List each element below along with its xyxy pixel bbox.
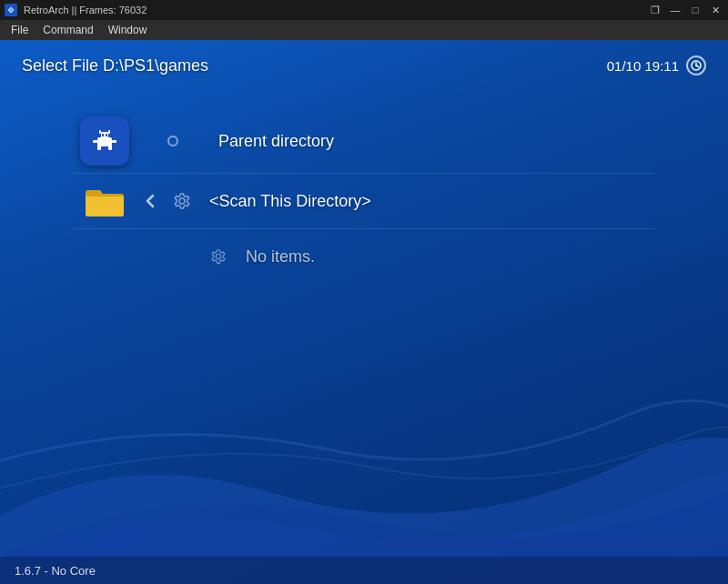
svg-rect-10 [108,130,110,134]
svg-point-1 [9,8,13,12]
svg-rect-11 [97,146,101,150]
app-logo-icon [80,116,129,166]
retroarch-icon [73,116,136,166]
folder-icon-area [73,184,136,218]
close-button[interactable]: ✕ [706,3,724,17]
no-items-label: No items. [246,247,315,267]
svg-point-16 [216,254,220,258]
titlebar: RetroArch || Frames: 76032 ❐ — □ ✕ [0,0,728,20]
path-label: Select File D:\PS1\games [22,56,208,76]
svg-rect-13 [93,140,97,143]
window-title: RetroArch || Frames: 76032 [24,5,147,15]
main-area: Select File D:\PS1\games 01/10 19:11 [0,40,728,584]
minimize-button[interactable]: — [666,3,684,17]
svg-rect-14 [112,140,116,143]
content-list: Parent directory [0,91,728,302]
menu-window[interactable]: Window [101,20,155,40]
version-label: 1.6.7 - No Core [15,564,96,578]
list-item[interactable]: Parent directory [0,109,728,173]
clock-icon[interactable] [686,55,706,76]
titlebar-controls: ❐ — □ ✕ [646,3,724,17]
menu-file[interactable]: File [4,20,35,40]
menubar: File Command Window [0,20,728,40]
svg-rect-12 [108,146,112,150]
svg-rect-8 [106,134,107,136]
svg-line-4 [696,65,699,67]
scan-directory-label: <Scan This Directory> [209,192,371,211]
chevron-area [136,193,164,209]
header-right: 01/10 19:11 [607,55,706,76]
circle-icon [167,136,178,146]
bullet-area [136,136,209,146]
titlebar-left: RetroArch || Frames: 76032 [4,3,147,17]
maximize-button[interactable]: □ [686,3,704,17]
menu-command[interactable]: Command [35,20,100,40]
gear-icon-area-2 [200,248,237,265]
restore-button[interactable]: ❐ [646,3,664,17]
header: Select File D:\PS1\games 01/10 19:11 [0,40,728,91]
parent-directory-label: Parent directory [218,132,334,151]
list-item[interactable]: <Scan This Directory> [0,174,728,228]
datetime: 01/10 19:11 [607,58,679,74]
bottombar: 1.6.7 - No Core [0,557,728,584]
gear-icon-area [164,192,200,210]
list-item: No items. [0,229,728,284]
svg-rect-7 [102,134,104,136]
svg-rect-9 [99,130,101,134]
svg-point-15 [179,198,185,204]
app-icon [4,3,18,17]
